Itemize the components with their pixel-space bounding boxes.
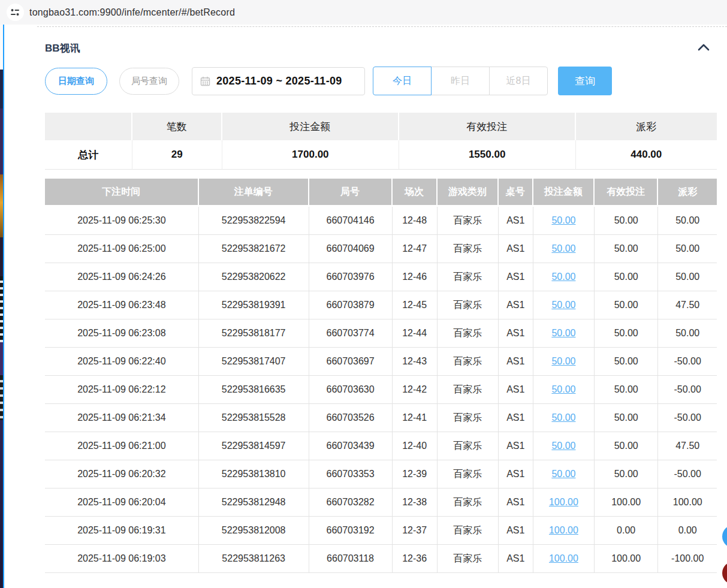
bet-amount-link[interactable]: 50.00 <box>551 441 575 451</box>
quick-yesterday-button[interactable]: 昨日 <box>431 67 490 95</box>
collapse-button[interactable] <box>690 42 717 55</box>
cell-game: 百家乐 <box>438 489 499 517</box>
column-header-table_no: 桌号 <box>499 179 533 207</box>
search-button[interactable]: 查询 <box>558 67 612 95</box>
cell-session: 12-48 <box>393 207 438 235</box>
cell-table_no: AS1 <box>499 432 533 460</box>
cell-table_no: AS1 <box>499 545 533 573</box>
cell-game: 百家乐 <box>438 319 499 348</box>
bet-amount-link[interactable]: 50.00 <box>551 384 575 394</box>
cell-session: 12-46 <box>393 263 438 291</box>
bet-row: 2025-11-09 06:21:34522953815528660703526… <box>45 404 717 432</box>
bet-amount-link[interactable]: 50.00 <box>551 300 575 310</box>
cell-game: 百家乐 <box>438 545 499 573</box>
cell-amount: 50.00 <box>533 207 595 235</box>
cell-table_no: AS1 <box>499 404 533 432</box>
cell-payout: 47.50 <box>658 432 717 460</box>
calendar-icon <box>200 76 210 86</box>
cell-amount: 50.00 <box>533 404 595 432</box>
bet-amount-link[interactable]: 50.00 <box>551 412 575 423</box>
bet-header-row: 下注时间注单编号局号场次游戏类别桌号投注金额有效投注派彩 <box>45 179 717 207</box>
cell-valid: 100.00 <box>595 545 658 573</box>
bet-amount-link[interactable]: 50.00 <box>551 469 575 479</box>
cell-table_no: AS1 <box>499 263 533 291</box>
cell-time: 2025-11-09 06:20:04 <box>45 489 199 517</box>
bet-amount-link[interactable]: 50.00 <box>551 215 575 225</box>
cell-session: 12-38 <box>393 489 438 517</box>
bet-amount-link[interactable]: 100.00 <box>549 497 578 507</box>
date-range-input[interactable]: 2025-11-09 ~ 2025-11-09 <box>192 67 365 95</box>
cell-valid: 50.00 <box>595 348 658 376</box>
cell-order_no: 522953817407 <box>199 348 309 376</box>
bet-row: 2025-11-09 06:20:04522953812948660703282… <box>45 489 717 517</box>
cell-valid: 50.00 <box>595 291 658 319</box>
cell-valid: 50.00 <box>595 404 658 432</box>
cell-round_no: 660703439 <box>309 432 393 460</box>
cell-round_no: 660703879 <box>309 291 393 319</box>
cell-table_no: AS1 <box>499 489 533 517</box>
quick-range-group: 今日 昨日 近8日 <box>373 67 548 95</box>
cell-amount: 50.00 <box>533 432 595 460</box>
bet-row: 2025-11-09 06:25:00522953821672660704069… <box>45 235 717 263</box>
cell-amount: 100.00 <box>533 545 595 573</box>
cell-time: 2025-11-09 06:23:08 <box>45 319 199 348</box>
cell-order_no: 522953822594 <box>199 207 309 235</box>
cell-game: 百家乐 <box>438 263 499 291</box>
cell-round_no: 660703526 <box>309 404 393 432</box>
summary-value-cell: 1550.00 <box>399 140 576 170</box>
bet-row: 2025-11-09 06:25:30522953822594660704146… <box>45 207 717 235</box>
cell-table_no: AS1 <box>499 235 533 263</box>
bet-amount-link[interactable]: 100.00 <box>549 525 578 535</box>
cell-game: 百家乐 <box>438 207 499 235</box>
bet-amount-link[interactable]: 50.00 <box>551 328 575 338</box>
summary-header-cell <box>45 113 132 140</box>
round-query-tab[interactable]: 局号查询 <box>119 68 179 95</box>
cell-valid: 50.00 <box>595 235 658 263</box>
cell-round_no: 660703697 <box>309 348 393 376</box>
cell-valid: 0.00 <box>595 517 658 545</box>
cell-session: 12-47 <box>393 235 438 263</box>
cell-game: 百家乐 <box>438 460 499 489</box>
cell-valid: 50.00 <box>595 376 658 404</box>
cell-session: 12-42 <box>393 376 438 404</box>
bet-amount-link[interactable]: 50.00 <box>551 356 575 366</box>
cell-table_no: AS1 <box>499 291 533 319</box>
column-header-game: 游戏类别 <box>438 179 499 207</box>
bet-table: 下注时间注单编号局号场次游戏类别桌号投注金额有效投注派彩 2025-11-09 … <box>45 179 717 573</box>
bet-amount-link[interactable]: 100.00 <box>549 553 578 563</box>
cell-payout: -50.00 <box>658 460 717 489</box>
summary-header-cell: 有效投注 <box>399 113 576 140</box>
cell-payout: -50.00 <box>658 404 717 432</box>
column-header-valid: 有效投注 <box>595 179 658 207</box>
bet-row: 2025-11-09 06:22:12522953816635660703630… <box>45 376 717 404</box>
bet-amount-link[interactable]: 50.00 <box>551 243 575 254</box>
cell-order_no: 522953811263 <box>199 545 309 573</box>
cell-time: 2025-11-09 06:21:00 <box>45 432 199 460</box>
cell-session: 12-36 <box>393 545 438 573</box>
cell-time: 2025-11-09 06:25:00 <box>45 235 199 263</box>
site-settings-icon[interactable] <box>7 4 24 21</box>
bet-row: 2025-11-09 06:22:40522953817407660703697… <box>45 348 717 376</box>
cell-payout: 50.00 <box>658 319 717 348</box>
cell-game: 百家乐 <box>438 348 499 376</box>
cell-time: 2025-11-09 06:25:30 <box>45 207 199 235</box>
cell-valid: 50.00 <box>595 432 658 460</box>
cell-valid: 50.00 <box>595 263 658 291</box>
cell-valid: 100.00 <box>595 489 658 517</box>
cell-time: 2025-11-09 06:24:26 <box>45 263 199 291</box>
cell-order_no: 522953815528 <box>199 404 309 432</box>
browser-url-bar[interactable]: tongbao31.com:9900/infe/mcenter/#/betRec… <box>0 0 727 25</box>
cell-payout: 100.00 <box>658 489 717 517</box>
cell-order_no: 522953813810 <box>199 460 309 489</box>
date-query-tab[interactable]: 日期查询 <box>45 68 107 95</box>
cell-session: 12-45 <box>393 291 438 319</box>
cell-round_no: 660703192 <box>309 517 393 545</box>
bet-amount-link[interactable]: 50.00 <box>551 272 575 282</box>
bet-row: 2025-11-09 06:19:31522953812008660703192… <box>45 517 717 545</box>
dashed-divider <box>37 26 727 27</box>
quick-today-button[interactable]: 今日 <box>373 67 432 95</box>
summary-value-cell: 29 <box>132 140 222 170</box>
cell-payout: -50.00 <box>658 348 717 376</box>
quick-last8days-button[interactable]: 近8日 <box>489 67 548 95</box>
cell-amount: 50.00 <box>533 235 595 263</box>
